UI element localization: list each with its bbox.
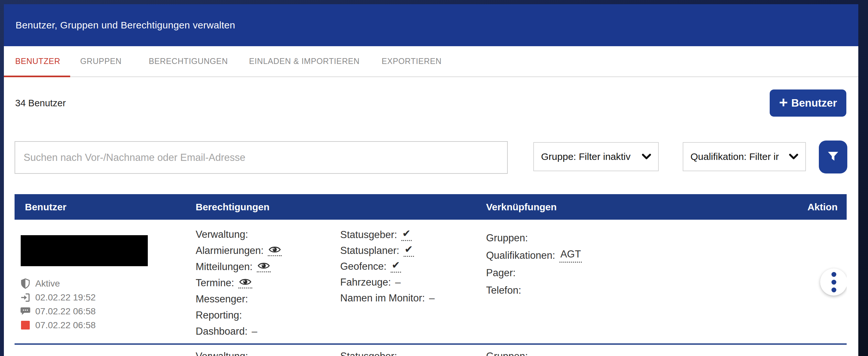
search-input[interactable] xyxy=(14,141,508,174)
dash-value: – xyxy=(429,292,435,304)
eye-icon[interactable] xyxy=(257,262,271,272)
permission-label: Reporting: xyxy=(196,310,242,321)
app-window: Benutzer, Gruppen und Berechtigungen ver… xyxy=(4,4,858,356)
status-line: 07.02.22 06:58 xyxy=(20,304,96,318)
qualification-filter-dropdown[interactable]: Qualifikation: Filter ir xyxy=(683,142,806,171)
status-text: Aktive xyxy=(35,279,60,289)
permission-line: Namen im Monitor:– xyxy=(340,290,435,306)
status-line: Aktive xyxy=(20,277,96,290)
status-text: 02.02.22 19:52 xyxy=(35,292,96,303)
status-line: 02.02.22 19:52 xyxy=(20,290,96,304)
main-content: 34 Benutzer + Benutzer Gruppe: Filter in… xyxy=(4,77,858,356)
permission-line: Fahrzeuge:– xyxy=(340,274,435,290)
link-value[interactable]: AGT xyxy=(559,248,582,263)
plus-icon: + xyxy=(779,95,788,110)
table-row: Aktive02.02.22 19:5207.02.22 06:5807.02.… xyxy=(14,220,847,356)
permission-line: Statusplaner:✔ xyxy=(340,243,435,258)
kebab-menu-icon xyxy=(832,272,836,292)
status-text: 07.02.22 06:58 xyxy=(35,306,96,317)
next-row-partial-label: Verwaltung: xyxy=(196,351,248,356)
active-tab-indicator xyxy=(4,76,70,77)
eye-icon[interactable] xyxy=(268,246,282,256)
redacted-user-name xyxy=(21,235,148,266)
next-row-partial-label: Statusgeber: xyxy=(340,351,397,356)
chevron-down-icon xyxy=(642,154,651,159)
links-column: Gruppen:Qualifikationen:AGTPager:Telefon… xyxy=(486,229,582,299)
column-header-benutzer: Benutzer xyxy=(25,194,66,220)
dash-value: – xyxy=(395,277,401,288)
link-line: Telefon: xyxy=(486,282,582,299)
table-header-row: Benutzer Berechtigungen Verknüpfungen Ak… xyxy=(14,194,847,220)
tab-bar: BENUTZERGRUPPENBERECHTIGUNGENEINLADEN & … xyxy=(4,46,858,77)
link-line: Qualifikationen:AGT xyxy=(486,247,582,264)
permission-line: Statusgeber:✔ xyxy=(340,227,435,243)
column-header-verknuepfungen: Verknüpfungen xyxy=(486,194,557,220)
permission-label: Fahrzeuge: xyxy=(340,277,391,288)
add-user-button[interactable]: + Benutzer xyxy=(770,90,846,117)
tab-gruppen[interactable]: GRUPPEN xyxy=(80,46,122,76)
filter-button[interactable] xyxy=(819,141,847,174)
funnel-icon xyxy=(826,150,840,165)
permission-line: Reporting: xyxy=(196,307,282,323)
page-title: Benutzer, Gruppen und Berechtigungen ver… xyxy=(16,20,235,31)
page-header: Benutzer, Gruppen und Berechtigungen ver… xyxy=(4,4,858,46)
shield-icon xyxy=(20,279,31,289)
row-actions-button[interactable] xyxy=(820,269,847,295)
permission-label: Mitteilungen: xyxy=(196,261,253,273)
row-divider xyxy=(14,344,847,345)
permission-label: Geofence: xyxy=(340,261,386,272)
group-filter-dropdown[interactable]: Gruppe: Filter inaktiv xyxy=(533,142,659,171)
permissions-column-1: Verwaltung:Alarmierungen:Mitteilungen:Te… xyxy=(196,226,282,340)
permission-line: Termine: xyxy=(196,275,282,291)
link-label: Gruppen: xyxy=(486,232,528,244)
tab-benutzer[interactable]: BENUTZER xyxy=(15,46,60,76)
permission-label: Dashboard: xyxy=(196,326,247,337)
permission-label: Alarmierungen: xyxy=(196,245,264,256)
link-line: Gruppen: xyxy=(486,229,582,247)
link-line: Pager: xyxy=(486,264,582,282)
check-icon[interactable]: ✔ xyxy=(404,244,414,257)
users-table: Benutzer Berechtigungen Verknüpfungen Ak… xyxy=(14,194,847,356)
chevron-down-icon xyxy=(789,154,798,159)
link-label: Pager: xyxy=(486,267,516,279)
tab-einladen-importieren[interactable]: EINLADEN & IMPORTIEREN xyxy=(249,46,360,76)
link-label: Telefon: xyxy=(486,285,521,296)
check-icon[interactable]: ✔ xyxy=(401,228,412,241)
status-text: 07.02.22 06:58 xyxy=(35,320,96,330)
red-square-icon xyxy=(20,321,31,329)
add-user-button-label: Benutzer xyxy=(792,97,837,109)
permission-label: Namen im Monitor: xyxy=(340,292,425,304)
group-filter-label: Gruppe: Filter inaktiv xyxy=(541,151,637,162)
permission-label: Statusplaner: xyxy=(340,245,399,256)
check-icon[interactable]: ✔ xyxy=(391,260,401,273)
column-header-aktion: Aktion xyxy=(808,194,838,220)
eye-icon[interactable] xyxy=(238,278,252,288)
next-row-partial-label: Gruppen: xyxy=(486,351,528,356)
column-header-berechtigungen: Berechtigungen xyxy=(196,194,269,220)
dash-value: – xyxy=(252,326,257,337)
permissions-column-2: Statusgeber:✔Statusplaner:✔Geofence:✔Fah… xyxy=(340,227,435,306)
tab-berechtigungen[interactable]: BERECHTIGUNGEN xyxy=(149,46,228,76)
link-label: Qualifikationen: xyxy=(486,250,555,261)
permission-label: Termine: xyxy=(196,277,234,289)
permission-label: Verwaltung: xyxy=(196,229,248,240)
qualification-filter-label: Qualifikation: Filter ir xyxy=(690,151,784,162)
permission-line: Geofence:✔ xyxy=(340,258,435,274)
status-line: 07.02.22 06:58 xyxy=(20,318,96,332)
permission-line: Alarmierungen: xyxy=(196,243,282,259)
user-count-label: 34 Benutzer xyxy=(15,98,66,109)
chat-icon xyxy=(20,307,31,316)
permission-label: Statusgeber: xyxy=(340,229,397,241)
permission-label: Messenger: xyxy=(196,293,248,305)
tab-exportieren[interactable]: EXPORTIEREN xyxy=(382,46,441,76)
login-icon xyxy=(20,293,31,302)
permission-line: Messenger: xyxy=(196,291,282,307)
permission-line: Mitteilungen: xyxy=(196,259,282,275)
permission-line: Dashboard:– xyxy=(196,323,282,340)
permission-line: Verwaltung: xyxy=(196,226,282,243)
user-status-list: Aktive02.02.22 19:5207.02.22 06:5807.02.… xyxy=(20,277,96,332)
